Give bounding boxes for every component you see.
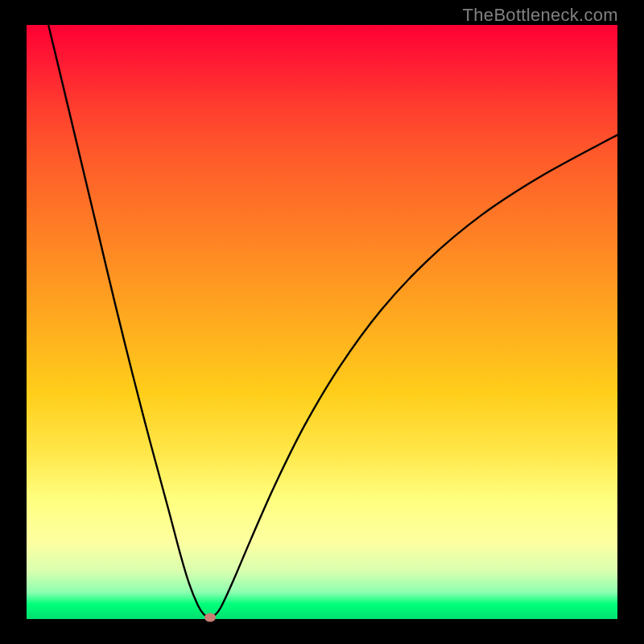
chart-plot-area	[27, 25, 617, 619]
minimum-marker-dot	[204, 613, 216, 621]
watermark-text: TheBottleneck.com	[463, 5, 618, 26]
bottleneck-curve	[27, 25, 617, 619]
chart-frame: TheBottleneck.com	[0, 0, 644, 644]
